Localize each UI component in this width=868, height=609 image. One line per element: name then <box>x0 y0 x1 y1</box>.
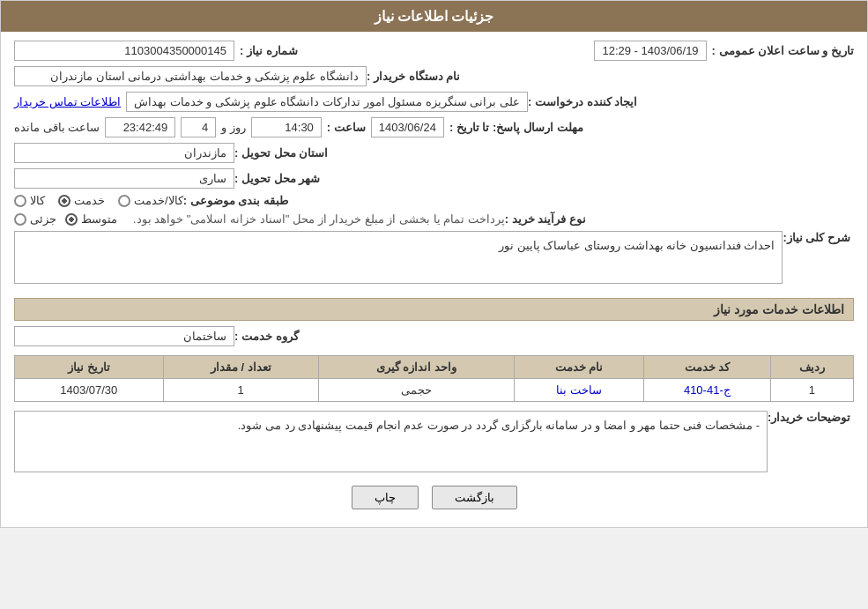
shmare-value: 1103004350000145 <box>14 41 234 61</box>
tawsiye-value: - مشخصات فنی حتما مهر و امضا و در سامانه… <box>14 411 768 472</box>
cell-name: ساخت بنا <box>515 379 644 402</box>
radio-motovaset-circle <box>65 213 78 226</box>
days-label: روز و <box>221 121 246 134</box>
sharh-value: احداث فندانسیون خانه بهداشت روستای عباسا… <box>14 231 783 284</box>
date-value: 1403/06/24 <box>371 117 444 137</box>
radio-kala-circle <box>14 195 26 207</box>
col-kod: کد خدمت <box>644 356 770 379</box>
shahr-label: شهر محل تحویل : <box>234 172 320 185</box>
remaining-value: 23:42:49 <box>105 117 175 137</box>
radio-motovaset[interactable]: متوسط <box>65 212 117 226</box>
date-announced-value: 1403/06/19 - 12:29 <box>594 41 706 61</box>
col-radif: ردیف <box>770 356 853 379</box>
cell-vahed: حجمی <box>318 379 514 402</box>
grohe-khedmat-label: گروه خدمت : <box>234 330 299 343</box>
ijad-konande-value: علی برانی سنگریزه مسئول امور تدارکات دان… <box>126 92 528 112</box>
ijad-konande-label: ایجاد کننده درخواست : <box>528 95 637 108</box>
cell-tedad: 1 <box>163 379 318 402</box>
days-value: 4 <box>181 117 216 137</box>
date-announced-label: تاریخ و ساعت اعلان عمومی : <box>712 44 854 57</box>
farayand-description: پرداخت تمام یا بخشی از مبلغ خریدار از مح… <box>133 212 505 226</box>
tabaqe-label: طبقه بندی موضوعی : <box>183 194 288 207</box>
grohe-khedmat-value: ساختمان <box>14 326 234 346</box>
ostan-value: مازندران <box>14 143 234 163</box>
radio-kala-khedmat-circle <box>118 195 130 207</box>
cell-kod: ج-41-410 <box>644 379 770 402</box>
radio-khedmat[interactable]: خدمت <box>58 194 105 207</box>
col-name: نام خدمت <box>515 356 644 379</box>
items-table: ردیف کد خدمت نام خدمت واحد اندازه گیری ت… <box>14 355 854 402</box>
table-row: 1 ج-41-410 ساخت بنا حجمی 1 1403/07/30 <box>15 379 854 402</box>
radio-jozei-label: جزئی <box>30 212 56 226</box>
khadamat-section-title: اطلاعات خدمات مورد نیاز <box>14 298 854 321</box>
radio-kala-label: کالا <box>30 194 45 207</box>
radio-kala-khedmat[interactable]: کالا/خدمت <box>118 194 183 207</box>
radio-jozei[interactable]: جزئی <box>14 212 56 226</box>
page-header: جزئیات اطلاعات نیاز <box>1 1 867 32</box>
cell-tarikh: 1403/07/30 <box>15 379 164 402</box>
radio-jozei-circle <box>14 213 26 226</box>
radio-kala-khedmat-label: کالا/خدمت <box>134 194 183 207</box>
time-value: 14:30 <box>251 117 322 137</box>
items-table-section: ردیف کد خدمت نام خدمت واحد اندازه گیری ت… <box>14 355 854 402</box>
mohlet-label: مهلت ارسال پاسخ: تا تاریخ : <box>449 121 583 134</box>
radio-khedmat-label: خدمت <box>74 194 105 207</box>
remaining-label: ساعت باقی مانده <box>14 121 100 134</box>
cell-radif: 1 <box>770 379 853 402</box>
radio-motovaset-label: متوسط <box>81 212 117 226</box>
tawsiye-label: توضیحات خریدار: <box>768 411 850 424</box>
contact-link[interactable]: اطلاعات تماس خریدار <box>14 95 121 108</box>
button-row: بازگشت چاپ <box>14 486 854 509</box>
radio-kala[interactable]: کالا <box>14 194 45 207</box>
radio-khedmat-circle <box>58 195 70 207</box>
col-vahed: واحد اندازه گیری <box>318 356 514 379</box>
farayand-label: نوع فرآیند خرید : <box>505 212 586 226</box>
col-tarikh: تاریخ نیاز <box>15 356 164 379</box>
back-button[interactable]: بازگشت <box>432 486 517 509</box>
shmare-label: شماره نیاز : <box>240 44 298 57</box>
sharh-label: شرح کلی نیاز: <box>783 231 850 244</box>
col-tedad: تعداد / مقدار <box>163 356 318 379</box>
print-button[interactable]: چاپ <box>352 486 419 509</box>
nam-dastgah-label: نام دستگاه خریدار : <box>367 70 460 83</box>
shahr-value: ساری <box>14 168 234 189</box>
ostan-label: استان محل تحویل : <box>234 146 328 160</box>
nam-dastgah-value: دانشگاه علوم پزشکی و خدمات بهداشتی درمان… <box>14 66 367 86</box>
time-label: ساعت : <box>327 121 366 134</box>
